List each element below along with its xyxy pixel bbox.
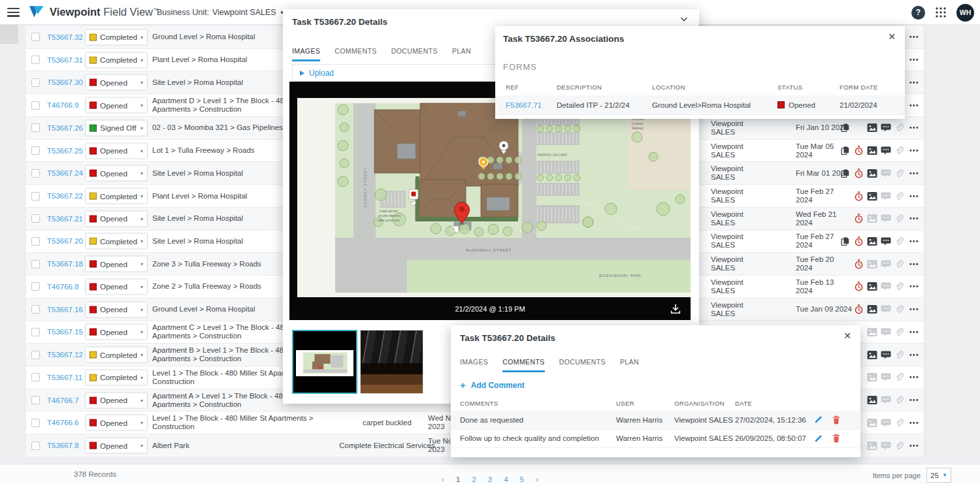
row-checkbox[interactable] <box>31 298 42 321</box>
row-more-button[interactable]: ••• <box>909 298 932 321</box>
clock-icon[interactable] <box>853 259 866 269</box>
row-checkbox[interactable] <box>31 276 42 298</box>
task-ref-link[interactable]: T53667.22 <box>47 185 89 207</box>
clock-icon[interactable] <box>853 191 866 201</box>
row-checkbox[interactable] <box>31 253 42 275</box>
row-more-button[interactable]: ••• <box>909 208 932 230</box>
clip-icon[interactable] <box>892 123 906 133</box>
row-more-button[interactable]: ••• <box>909 94 932 116</box>
image-icon[interactable] <box>866 441 879 451</box>
comment-icon[interactable] <box>879 327 893 337</box>
status-dropdown[interactable]: Completed ▾ <box>85 52 148 68</box>
row-checkbox[interactable] <box>31 344 42 366</box>
form-ref-link[interactable]: F53667.71 <box>506 95 542 114</box>
clip-icon[interactable] <box>892 395 906 405</box>
row-checkbox[interactable] <box>31 389 42 411</box>
status-dropdown[interactable]: Opened ▾ <box>85 142 148 159</box>
comment-icon[interactable] <box>879 418 893 428</box>
image-icon[interactable] <box>866 214 879 223</box>
row-more-button[interactable]: ••• <box>909 185 932 207</box>
task-ref-link[interactable]: T53667.11 <box>47 366 89 389</box>
copy-icon[interactable] <box>839 123 853 133</box>
clock-icon[interactable] <box>853 304 866 314</box>
status-dropdown[interactable]: Opened ▾ <box>85 74 148 91</box>
page-1[interactable]: 1 <box>456 476 460 483</box>
page-5[interactable]: 5 <box>520 476 524 483</box>
clip-icon[interactable] <box>892 236 906 246</box>
row-checkbox[interactable] <box>31 162 42 184</box>
clip-icon[interactable] <box>892 350 906 360</box>
comment-icon[interactable] <box>879 350 893 360</box>
task-ref-link[interactable]: T46766.6 <box>47 411 89 434</box>
clock-icon[interactable] <box>853 236 866 246</box>
close-icon[interactable]: ✕ <box>843 331 851 340</box>
image-icon[interactable] <box>866 350 879 360</box>
clock-icon[interactable] <box>853 282 866 291</box>
status-dropdown[interactable]: Opened ▾ <box>85 210 148 227</box>
image-icon[interactable] <box>866 327 879 337</box>
row-more-button[interactable]: ••• <box>909 140 932 162</box>
task-ref-link[interactable]: T53667.12 <box>47 344 89 366</box>
row-checkbox[interactable] <box>31 94 42 116</box>
delete-trash-icon[interactable] <box>832 411 840 429</box>
comment-icon[interactable] <box>879 191 893 201</box>
task-ref-link[interactable]: T53667.25 <box>47 140 89 162</box>
image-icon[interactable] <box>866 372 879 382</box>
comment-icon[interactable] <box>879 123 893 133</box>
items-per-page-select[interactable]: 25 ▼ <box>926 468 951 483</box>
comment-icon[interactable] <box>879 441 893 451</box>
tab-comments[interactable]: COMMENTS <box>335 47 376 61</box>
clip-icon[interactable] <box>892 441 906 451</box>
status-dropdown[interactable]: Opened ▾ <box>85 301 148 317</box>
image-icon[interactable] <box>866 123 879 133</box>
thumbnail-plan[interactable] <box>292 330 357 394</box>
comment-icon[interactable] <box>879 236 893 246</box>
comment-icon[interactable] <box>879 304 893 314</box>
thumbnail-photo[interactable] <box>360 330 423 394</box>
copy-icon[interactable] <box>839 146 853 155</box>
tab-comments[interactable]: COMMENTS <box>502 358 544 372</box>
clock-icon[interactable] <box>853 146 866 155</box>
task-ref-link[interactable]: T46766.7 <box>47 389 89 411</box>
status-dropdown[interactable]: Opened ▾ <box>85 256 148 272</box>
image-icon[interactable] <box>866 282 879 291</box>
task-ref-link[interactable]: T53667.26 <box>47 117 89 139</box>
tab-plan[interactable]: PLAN <box>620 358 639 372</box>
task-ref-link[interactable]: T53667.31 <box>47 49 89 71</box>
tab-images[interactable]: IMAGES <box>460 358 488 372</box>
row-checkbox[interactable] <box>31 117 42 139</box>
row-checkbox[interactable] <box>31 321 42 344</box>
user-avatar[interactable]: WH <box>956 4 974 22</box>
image-icon[interactable] <box>866 236 879 246</box>
clip-icon[interactable] <box>892 327 906 337</box>
comment-icon[interactable] <box>879 372 893 382</box>
status-dropdown[interactable]: Opened ▾ <box>85 278 148 295</box>
business-unit-dropdown[interactable]: Business Unit: Viewpoint SALES ▼ | <box>157 0 298 25</box>
row-checkbox[interactable] <box>31 411 42 434</box>
row-checkbox[interactable] <box>31 26 42 48</box>
row-checkbox[interactable] <box>31 366 42 389</box>
clip-icon[interactable] <box>892 372 906 382</box>
image-icon[interactable] <box>866 169 879 178</box>
image-icon[interactable] <box>866 304 879 314</box>
task-ref-link[interactable]: T53667.8 <box>47 434 89 457</box>
copy-icon[interactable] <box>839 169 853 178</box>
comment-icon[interactable] <box>879 282 893 291</box>
comment-icon[interactable] <box>879 395 893 405</box>
row-more-button[interactable]: ••• <box>909 366 932 389</box>
row-checkbox[interactable] <box>31 208 42 230</box>
tab-documents[interactable]: DOCUMENTS <box>559 358 606 372</box>
task-ref-link[interactable]: T46766.8 <box>47 276 89 298</box>
tab-images[interactable]: IMAGES <box>292 47 320 61</box>
collapse-chevron-icon[interactable] <box>679 14 689 24</box>
row-checkbox[interactable] <box>31 49 42 71</box>
clip-icon[interactable] <box>892 146 906 155</box>
app-grid-icon[interactable] <box>935 7 947 18</box>
close-icon[interactable]: ✕ <box>888 32 896 41</box>
row-more-button[interactable]: ••• <box>909 411 932 434</box>
status-dropdown[interactable]: Opened ▾ <box>85 415 148 431</box>
task-ref-link[interactable]: T53667.16 <box>47 298 89 321</box>
copy-icon[interactable] <box>839 236 853 246</box>
clip-icon[interactable] <box>892 304 906 314</box>
row-more-button[interactable]: ••• <box>909 162 932 184</box>
